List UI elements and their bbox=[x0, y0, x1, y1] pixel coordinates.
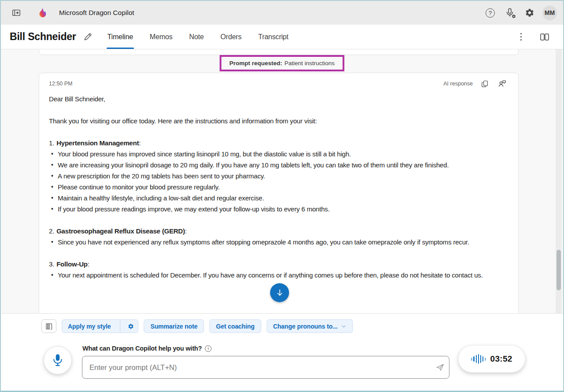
settings-button[interactable] bbox=[523, 6, 536, 19]
microphone-icon bbox=[51, 353, 64, 368]
instruction-section: 3.Follow-Up:Your next appointment is sch… bbox=[49, 259, 508, 281]
dragon-copilot-logo bbox=[37, 7, 47, 18]
bullet-item: If your blood pressure readings improve,… bbox=[51, 203, 508, 214]
prompt-requested-banner: Prompt requested: Patient instructions bbox=[219, 55, 344, 71]
split-view-button[interactable] bbox=[538, 30, 552, 44]
bullet-item: Please continue to monitor your blood pr… bbox=[51, 181, 508, 192]
change-pronouns-button[interactable]: Change pronouns to... bbox=[267, 319, 353, 333]
help-icon: ? bbox=[486, 8, 495, 18]
chevron-down-icon bbox=[341, 324, 346, 329]
dragon-copilot-window: Microsoft Dragon Copilot ? bbox=[0, 0, 564, 392]
section-heading: 2.Gastroesophageal Reflux Disease (GERD)… bbox=[49, 226, 508, 237]
section-heading: 1.Hypertension Management: bbox=[49, 137, 508, 148]
more-options-button[interactable] bbox=[518, 31, 524, 42]
bullet-item: We are increasing your lisinopril dosage… bbox=[51, 159, 508, 170]
arrow-down-icon bbox=[275, 288, 285, 298]
apply-my-style-label[interactable]: Apply my style bbox=[62, 320, 116, 333]
prompt-help-text: What can Dragon Copilot help you with? bbox=[82, 345, 202, 352]
bullet-item: Your next appointment is scheduled for D… bbox=[51, 270, 508, 281]
prompt-panel: Apply my style Summarize note Get coachi… bbox=[1, 313, 563, 391]
prompt-input[interactable] bbox=[82, 356, 449, 379]
prompt-help-label: What can Dragon Copilot help you with? i bbox=[82, 345, 212, 352]
change-pronouns-label: Change pronouns to... bbox=[273, 323, 338, 330]
gear-icon bbox=[525, 8, 534, 18]
section-heading: 3.Follow-Up: bbox=[49, 259, 508, 270]
bullet-item: Your blood pressure has improved since s… bbox=[51, 148, 508, 159]
button-divider bbox=[120, 320, 120, 333]
tab-bar: Timeline Memos Note Orders Transcript bbox=[107, 25, 289, 49]
intro-paragraph: Thank you for visiting our office today.… bbox=[49, 115, 508, 126]
scrollbar-thumb[interactable] bbox=[557, 250, 561, 290]
patient-name: Bill Schneider bbox=[10, 31, 76, 43]
summarize-note-button[interactable]: Summarize note bbox=[144, 319, 204, 333]
quick-actions-row: Apply my style Summarize note Get coachi… bbox=[1, 314, 563, 333]
prompt-library-button[interactable] bbox=[41, 319, 56, 333]
ai-response-label: AI response bbox=[443, 81, 473, 87]
gear-icon bbox=[128, 323, 134, 329]
help-button[interactable]: ? bbox=[484, 7, 497, 19]
bullet-item: A new prescription for the 20 mg tablets… bbox=[51, 170, 508, 181]
timeline-content: Prompt requested: Patient instructions 1… bbox=[1, 49, 563, 313]
section-bullets: Your next appointment is scheduled for D… bbox=[49, 270, 508, 281]
bullet-item: Since you have not experienced any reflu… bbox=[51, 237, 508, 248]
settings-gear-mini-icon bbox=[511, 14, 516, 19]
section-bullets: Your blood pressure has improved since s… bbox=[49, 148, 508, 214]
message-timestamp: 12:50 PM bbox=[49, 81, 73, 87]
split-view-icon bbox=[539, 32, 550, 42]
copy-icon bbox=[481, 80, 489, 88]
instruction-section: 1.Hypertension Management:Your blood pre… bbox=[49, 137, 508, 214]
open-panel-icon bbox=[11, 8, 21, 18]
instruction-section: 2.Gastroesophageal Reflux Disease (GERD)… bbox=[49, 226, 508, 248]
open-panel-button[interactable] bbox=[10, 6, 23, 19]
section-bullets: Since you have not experienced any reflu… bbox=[49, 237, 508, 248]
scrollbar-track[interactable] bbox=[556, 49, 562, 313]
copy-button[interactable] bbox=[479, 78, 491, 90]
pencil-icon bbox=[83, 32, 93, 41]
tab-memos[interactable]: Memos bbox=[149, 25, 173, 49]
tab-orders[interactable]: Orders bbox=[219, 25, 242, 49]
dictation-mic-button[interactable] bbox=[44, 346, 72, 374]
feedback-button[interactable] bbox=[496, 78, 508, 90]
banner-label: Prompt requested: bbox=[229, 60, 282, 67]
app-bar: Microsoft Dragon Copilot ? bbox=[1, 1, 563, 25]
microphone-settings-button[interactable] bbox=[503, 6, 517, 20]
recording-timer: 03:52 bbox=[490, 354, 512, 364]
get-coaching-button[interactable]: Get coaching bbox=[209, 319, 261, 333]
previous-card-edge bbox=[39, 49, 519, 55]
message-sections: 1.Hypertension Management:Your blood pre… bbox=[49, 137, 508, 281]
ai-response-card: 12:50 PM AI response bbox=[39, 73, 519, 313]
send-icon bbox=[435, 362, 445, 372]
edit-patient-name-button[interactable] bbox=[82, 30, 94, 43]
scroll-to-bottom-button[interactable] bbox=[270, 283, 289, 302]
apply-my-style-button[interactable]: Apply my style bbox=[62, 319, 138, 333]
send-prompt-button[interactable] bbox=[435, 362, 445, 372]
apply-style-settings-button[interactable] bbox=[124, 320, 138, 333]
tab-timeline[interactable]: Timeline bbox=[107, 25, 134, 49]
library-icon bbox=[45, 322, 53, 330]
tab-transcript[interactable]: Transcript bbox=[257, 25, 289, 49]
greeting: Dear Bill Schneider, bbox=[49, 93, 508, 104]
info-icon[interactable]: i bbox=[205, 345, 212, 352]
tab-note[interactable]: Note bbox=[188, 25, 204, 49]
patient-header: Bill Schneider Timeline Memos Note Order… bbox=[1, 25, 563, 49]
person-feedback-icon bbox=[498, 79, 507, 88]
message-body: Dear Bill Schneider, Thank you for visit… bbox=[49, 93, 508, 281]
app-title: Microsoft Dragon Copilot bbox=[59, 9, 134, 17]
user-avatar[interactable]: MM bbox=[542, 6, 557, 20]
waveform-icon bbox=[471, 354, 486, 364]
recording-timer-button[interactable]: 03:52 bbox=[458, 345, 525, 373]
bullet-item: Maintain a healthy lifestyle, including … bbox=[51, 192, 508, 203]
banner-value: Patient instructions bbox=[284, 60, 334, 67]
